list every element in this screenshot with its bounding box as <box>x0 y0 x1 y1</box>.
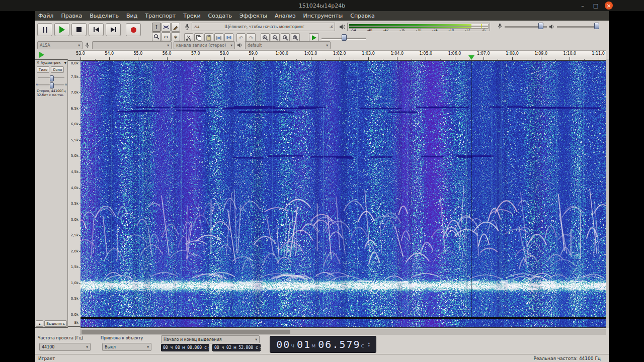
timeline-minor-tick <box>152 59 153 60</box>
collapse-track-button[interactable]: ▴ <box>36 320 43 327</box>
zoom-tool-button[interactable] <box>152 32 161 41</box>
menu-item-8[interactable]: Анализ <box>275 13 296 19</box>
menu-item-3[interactable]: Вид <box>126 13 137 19</box>
gain-thumb[interactable] <box>50 75 54 81</box>
chevron-down-icon: ▼ <box>254 338 257 341</box>
play-speed-slider[interactable] <box>321 34 366 42</box>
position-seconds: 06.579 <box>318 338 360 350</box>
timeline-label: 59,0 <box>249 51 258 56</box>
track-control-panel: × Аудиотрек ▼ Тихо Соло л п Стерео, 4410… <box>35 59 68 328</box>
stop-button[interactable] <box>71 23 87 36</box>
selection-end-field[interactable]: 00 ч 02 м 52.800 с ▴▾ <box>212 344 261 351</box>
window-controls: – □ × <box>579 0 613 11</box>
playback-volume-icon <box>549 24 555 30</box>
pause-button[interactable] <box>37 23 52 36</box>
pan-left-label: л <box>36 82 38 86</box>
frequency-ruler[interactable]: 8,0k7,5k7,0k6,5k6,0k5,5k5,0k4,5k4,0k3,5k… <box>68 60 80 327</box>
pan-slider[interactable]: л п <box>38 82 64 88</box>
zoom-selection-icon <box>282 35 288 41</box>
selection-mode-combo[interactable]: Начало и конец выделения ▼ <box>161 335 260 343</box>
draw-tool-button[interactable] <box>171 23 180 32</box>
chevron-down-icon: ▼ <box>229 44 232 47</box>
frequency-label: 8,0k <box>71 61 78 65</box>
playback-meter[interactable]: -54-48-42-36-30-24-18-12-6 <box>347 23 490 31</box>
timeline-minor-tick <box>383 59 383 60</box>
timeline-tick <box>426 57 426 60</box>
timeline-minor-tick <box>239 59 239 60</box>
play-button[interactable] <box>54 23 69 36</box>
meter-scale-label: -42 <box>383 28 389 32</box>
select-track-button[interactable]: Выделить <box>44 320 67 327</box>
spinner-icon[interactable]: ▴▾ <box>260 346 261 350</box>
record-volume-slider[interactable] <box>505 23 547 30</box>
timeline-label: 1:10,0 <box>564 51 577 56</box>
close-button[interactable]: × <box>605 2 613 10</box>
gain-slider[interactable] <box>38 75 64 81</box>
chevron-down-icon: ▼ <box>85 345 88 348</box>
close-track-button[interactable]: × <box>36 60 40 65</box>
menu-item-6[interactable]: Создать <box>208 13 232 19</box>
pan-thumb[interactable] <box>50 82 54 88</box>
meter-scale-label: -36 <box>399 28 405 32</box>
menu-item-2[interactable]: Выделить <box>90 13 119 19</box>
playback-volume-thumb[interactable] <box>594 23 599 29</box>
record-meter[interactable]: -54 Щёлкните, чтобы начать мониторинг -6 <box>192 23 335 31</box>
output-device-combo[interactable]: default▼ <box>245 41 331 49</box>
solo-button[interactable]: Соло <box>51 66 64 73</box>
timeline-label: 56,0 <box>163 51 172 56</box>
skip-end-button[interactable] <box>106 23 121 36</box>
skip-start-icon <box>94 27 95 32</box>
menu-item-10[interactable]: Справка <box>350 13 374 19</box>
multi-tool-button[interactable]: ∗ <box>171 32 180 41</box>
input-device-combo[interactable]: ▼ <box>92 41 172 49</box>
titlebar: 151024ы14р24b – □ × <box>0 0 644 11</box>
input-channels-combo[interactable]: канала записи (стерео)▼ <box>174 41 235 49</box>
selection-start-value: 00 ч 00 м 00.000 с <box>163 345 207 350</box>
skip-start-button[interactable] <box>89 23 104 36</box>
timeline-minor-tick <box>412 59 412 60</box>
timeline-tick <box>340 57 340 60</box>
playback-meter-toolbar: -54-48-42-36-30-24-18-12-6 <box>339 23 490 31</box>
spinner-icon[interactable]: ▴▾ <box>208 346 210 350</box>
timeshift-tool-button[interactable]: ↔ <box>162 32 171 41</box>
selection-start-field[interactable]: 00 ч 00 м 00.000 с ▴▾ <box>161 344 209 351</box>
audio-position-display[interactable]: 00 ч 01 м 06.579 с ▴▾ <box>270 336 376 353</box>
spinner-icon[interactable]: ▴▾ <box>368 341 370 347</box>
snap-to-combo[interactable]: Выкл ▼ <box>102 343 151 351</box>
record-button[interactable] <box>126 23 141 36</box>
spectrogram-view[interactable] <box>80 60 606 328</box>
pinned-playhead-icon[interactable] <box>39 52 44 58</box>
minimize-button[interactable]: – <box>579 2 587 10</box>
menu-item-5[interactable]: Треки <box>183 13 200 19</box>
play-speed-thumb[interactable] <box>342 34 347 41</box>
menubar: ФайлПравкаВыделитьВидТранспортТрекиСозда… <box>35 11 609 21</box>
timeline-label: 55,0 <box>133 51 142 56</box>
selection-tool-button[interactable]: I <box>152 23 161 32</box>
timeline-minor-tick <box>124 59 124 60</box>
timeline-ruler[interactable]: 53,054,055,056,057,058,059,01:00,01:01,0… <box>80 50 606 60</box>
horizontal-scroll-thumb[interactable] <box>82 330 290 334</box>
pan-right-label: п <box>65 82 67 86</box>
maximize-button[interactable]: □ <box>592 2 600 10</box>
timeline-label: 1:04,0 <box>390 51 404 56</box>
host-combo[interactable]: ALSA▼ <box>37 41 83 49</box>
timeline-tick <box>484 57 484 60</box>
menu-item-0[interactable]: Файл <box>38 13 53 19</box>
timeline-tick <box>109 57 110 60</box>
timeline-minor-tick <box>210 59 210 60</box>
record-volume-thumb[interactable] <box>538 23 543 29</box>
status-bar: Играет Реальная частота: 44100 Гц <box>35 354 609 362</box>
menu-item-9[interactable]: Инструменты <box>303 13 343 19</box>
menu-item-1[interactable]: Правка <box>61 13 82 19</box>
menu-item-4[interactable]: Транспорт <box>145 13 176 19</box>
envelope-tool-button[interactable] <box>162 23 171 32</box>
audacity-window: ФайлПравкаВыделитьВидТранспортТрекиСозда… <box>35 11 609 362</box>
track-menu-arrow-icon[interactable]: ▼ <box>64 61 66 64</box>
vertical-scrollbar[interactable] <box>606 59 609 328</box>
mute-button[interactable]: Тихо <box>37 66 49 73</box>
project-rate-value: 44100 <box>42 345 54 349</box>
menu-item-7[interactable]: Эффекты <box>239 13 267 19</box>
track-title[interactable]: Аудиотрек <box>41 61 63 65</box>
project-rate-combo[interactable]: 44100 ▼ <box>39 343 91 351</box>
playback-volume-slider[interactable] <box>557 23 599 30</box>
